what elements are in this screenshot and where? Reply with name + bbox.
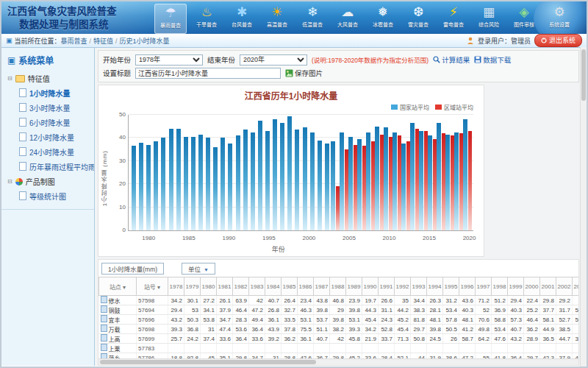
toolbar-item-drought[interactable]: ♨干旱普查 — [191, 4, 222, 32]
unit-dropdown[interactable]: 单位▼ — [182, 263, 215, 275]
breadcrumb-item[interactable]: 历史1小时降水量 — [120, 38, 170, 45]
table-row[interactable]: 万载5769839.336.83147.453.636.443.937.875.… — [99, 325, 579, 334]
toolbar-item-snow[interactable]: ❆雪灾普查 — [403, 4, 434, 32]
toolbar-item-typhoon[interactable]: ✱台风普查 — [226, 4, 257, 32]
sidebar: ▣ 系统菜单 ⊟特征值1小时降水量3小时降水量6小时降水量12小时降水量24小时… — [1, 48, 95, 366]
bar-group-2014 — [410, 115, 419, 230]
value-cell: 25.7 — [168, 334, 184, 344]
save-image-button[interactable]: 保存图片 — [285, 68, 323, 78]
toolbar-item-low-temp[interactable]: ❄低温普查 — [297, 4, 328, 32]
vertical-scrollbar-thumb[interactable] — [581, 49, 586, 101]
sidebar-item-1-2[interactable]: 3小时降水量 — [1, 100, 94, 115]
sidebar-item-1-3[interactable]: 6小时降水量 — [1, 115, 94, 130]
exit-system-button[interactable]: 退出系统 — [534, 34, 582, 47]
column-header-station-id[interactable]: 站号 ▾ — [137, 277, 168, 296]
sidebar-item-1-1[interactable]: 1小时降水量 — [1, 85, 94, 100]
value-cell — [476, 344, 492, 353]
table-row[interactable]: 宜丰5769643.250.353.834.728.349.436.133.55… — [99, 315, 579, 325]
value-cell — [233, 344, 249, 353]
value-cell: 37.7 — [540, 305, 556, 315]
bar-national-2015 — [419, 131, 423, 230]
logged-in-user: 登录用户：管理员 — [478, 36, 531, 46]
column-header-year-1995: 1995 — [443, 277, 459, 296]
value-cell: 49.4 — [249, 315, 265, 325]
value-cell: 47.2 — [249, 305, 265, 315]
bar-group-1984 — [175, 115, 182, 230]
station-icon — [101, 325, 107, 332]
value-cell: 43.6 — [459, 296, 476, 305]
sidebar-item-2-1[interactable]: 等级统计图 — [1, 188, 94, 203]
bar-national-2019 — [454, 132, 459, 230]
toolbar-item-rainstorm[interactable]: ☂暴雨普查 — [154, 4, 187, 34]
legend-item[interactable]: 区域站平均 — [435, 103, 473, 111]
table-row[interactable]: 上高5769925.724.237.433.636.433.639.236.23… — [99, 334, 579, 344]
breadcrumb-item[interactable]: 特征值 — [93, 38, 113, 45]
value-cell: 28.3 — [233, 315, 249, 325]
value-cell: 81.8 — [411, 315, 427, 325]
value-cell: 53.1 — [298, 315, 314, 325]
end-year-select[interactable]: 2020年 — [240, 54, 307, 66]
horizontal-scrollbar-thumb[interactable] — [100, 360, 316, 364]
start-year-select[interactable]: 1978年 — [135, 54, 203, 66]
column-header-year-1996: 1996 — [459, 277, 476, 296]
toolbar-item-gale[interactable]: ☁大风普查 — [332, 4, 363, 32]
toolbar-item-map-review[interactable]: ◈图件审核 — [509, 4, 539, 32]
toolbar-item-label: 图件审核 — [514, 21, 534, 28]
sidebar-item-1-4[interactable]: 12小时降水量 — [1, 130, 94, 144]
value-cell: 32.7 — [282, 305, 298, 315]
value-cell: 58.1 — [540, 315, 556, 325]
value-cell: 22.4 — [524, 296, 540, 305]
table-row[interactable]: 铜鼓5769429.45334.137.946.447.226.832.746.… — [99, 305, 579, 315]
value-cell: 46.4 — [233, 305, 249, 315]
column-header-station[interactable]: 站点 ▾ — [99, 277, 137, 296]
bar-group-1985 — [182, 115, 190, 230]
bar-group-2017 — [437, 115, 445, 230]
bar-national-1987 — [198, 135, 203, 230]
legend-item[interactable]: 国家站平均 — [391, 103, 429, 111]
toolbar-item-composite-risk[interactable]: ▦综合风险 — [473, 4, 504, 32]
column-header-year-1998: 1998 — [492, 277, 508, 296]
breadcrumb-item[interactable]: 暴雨普查 — [61, 38, 87, 45]
station-id-cell: 57598 — [137, 296, 168, 305]
value-cell: 36.4 — [249, 325, 265, 334]
toolbar-item-high-temp[interactable]: ☀高温普查 — [262, 4, 293, 32]
breadcrumb-bar: ▣ 当前所在位置： 暴雨普查/特征值/历史1小时降水量 登录用户：管理员 退出系… — [1, 34, 587, 48]
calculate-button[interactable]: 计算结果 — [433, 54, 470, 65]
value-cell: 71.3 — [395, 334, 411, 344]
column-header-year-1980: 1980 — [201, 277, 217, 296]
column-header-year-1987: 1987 — [314, 277, 330, 296]
bar-group-1996 — [264, 115, 271, 230]
bar-national-2020 — [463, 119, 467, 230]
menu-icon: ▣ — [7, 55, 15, 66]
toolbar-item-hail[interactable]: ❅冰雹普查 — [368, 4, 398, 32]
station-icon — [101, 296, 107, 303]
value-cell: 52 — [476, 305, 492, 315]
bar-national-1994 — [251, 132, 255, 230]
sidebar-group-1[interactable]: ⊟特征值 — [1, 71, 94, 85]
precipitation-chart: 江西省历年1小时降水量 国家站平均区域站平均 1小时降水量 (mm) 01020… — [98, 85, 484, 257]
sidebar-group-2[interactable]: ⊟产品制图 — [1, 174, 94, 188]
value-cell: 29 — [330, 305, 346, 315]
bar-group-1988 — [204, 115, 212, 230]
toolbar-item-system-settings[interactable]: ⚙系统设置 — [544, 4, 575, 32]
value-cell: 46.8 — [330, 296, 346, 305]
bar-group-1994 — [249, 115, 257, 230]
map-review-icon: ◈ — [519, 4, 528, 21]
x-tick-label: 1990 — [222, 235, 235, 241]
download-data-button[interactable]: 数据下载 — [474, 54, 511, 65]
value-cell: 33.5 — [282, 315, 298, 325]
bar-national-1981 — [154, 141, 158, 230]
unit-box[interactable]: 1小时降水量(mm) — [101, 263, 164, 275]
chart-title-input[interactable] — [135, 68, 281, 79]
chevron-down-icon: ▼ — [204, 267, 209, 272]
table-row[interactable]: 修水5759834.230.127.226.163.94240.726.423.… — [99, 296, 579, 305]
value-cell: 24.5 — [427, 334, 443, 344]
system-settings-icon: ⚙ — [553, 4, 564, 21]
value-cell: 42 — [330, 334, 346, 344]
sidebar-item-1-6[interactable]: 历年暴雨过程平均雨量 — [1, 159, 94, 174]
value-cell: 24.3 — [379, 315, 395, 325]
toolbar-item-lightning[interactable]: ⚡雷电普查 — [438, 4, 469, 32]
sidebar-item-1-5[interactable]: 24小时降水量 — [1, 144, 94, 159]
table-row[interactable]: 上栗57783 — [99, 344, 579, 353]
value-cell: 53.4 — [443, 305, 459, 315]
